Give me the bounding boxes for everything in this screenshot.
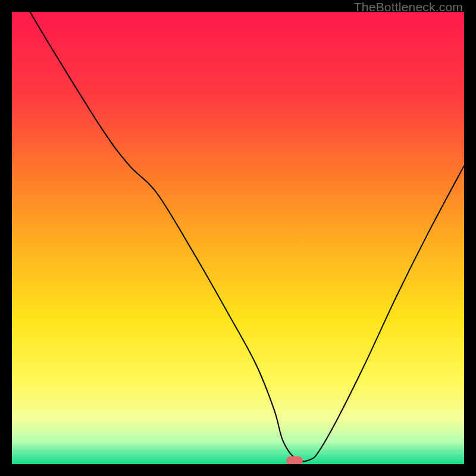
bottleneck-curve (12, 12, 464, 464)
minimum-marker (286, 456, 303, 464)
plot-area (12, 12, 464, 464)
chart-frame: TheBottleneck.com (0, 0, 476, 476)
